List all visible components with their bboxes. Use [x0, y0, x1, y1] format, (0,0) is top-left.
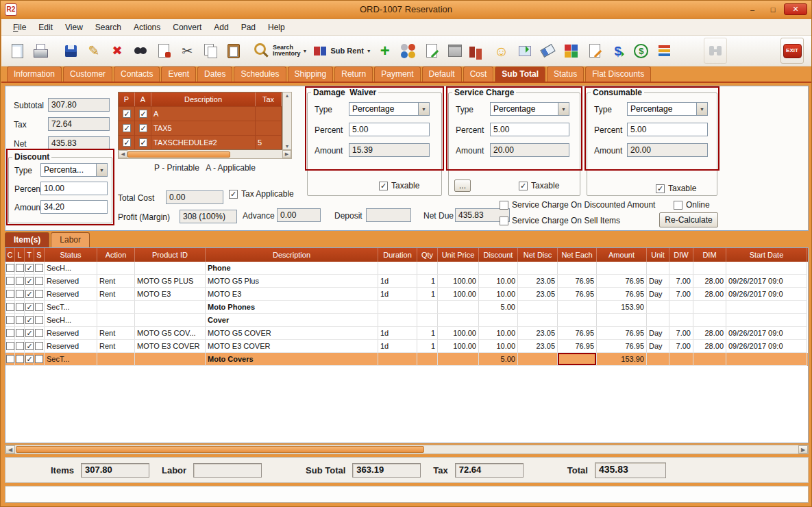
- search-inventory-button[interactable]: SearchInventory▼: [252, 38, 310, 64]
- row-checkbox-s[interactable]: [35, 277, 43, 285]
- tab-default[interactable]: Default: [422, 66, 462, 82]
- calendar-button[interactable]: [443, 38, 467, 64]
- tax-printable-checkbox[interactable]: [123, 110, 131, 118]
- damage-waiver-percent-input[interactable]: 5.00: [349, 123, 430, 136]
- tax-table-vscrollbar[interactable]: ▲▼: [282, 92, 292, 150]
- search-inventory-dropdown-icon[interactable]: ▼: [302, 49, 308, 53]
- find-button[interactable]: [129, 38, 152, 64]
- inventory-cube-button[interactable]: [560, 38, 583, 64]
- consumable-taxable-checkbox[interactable]: [656, 184, 665, 193]
- menu-convert[interactable]: Convert: [167, 21, 208, 34]
- tax-table-row[interactable]: TAXSCHEDULE#25: [119, 135, 282, 149]
- row-checkbox-s[interactable]: [35, 355, 43, 363]
- row-checkbox-l[interactable]: [16, 342, 24, 350]
- row-checkbox-t[interactable]: [25, 329, 34, 337]
- column-header-action[interactable]: Action: [97, 248, 135, 262]
- service-charge-percent-input[interactable]: 5.00: [490, 123, 569, 136]
- notes-button[interactable]: [420, 38, 443, 64]
- customer-button[interactable]: [490, 38, 513, 64]
- row-checkbox-s[interactable]: [35, 264, 43, 272]
- reports-button[interactable]: [653, 38, 676, 64]
- column-header-l[interactable]: L: [15, 248, 25, 262]
- tax-scroll-down-icon[interactable]: ▼: [285, 144, 290, 149]
- tax-scroll-thumb[interactable]: [127, 151, 230, 158]
- column-header-c[interactable]: C: [5, 248, 15, 262]
- tax-column-header-description[interactable]: Description: [151, 92, 256, 106]
- add-item-button[interactable]: [373, 38, 397, 64]
- table-row[interactable]: ReservedRentMOTO G5 PLUSMOTO G5 Plus1d11…: [5, 275, 808, 288]
- tab-sub-total[interactable]: Sub Total: [495, 66, 545, 82]
- print-button[interactable]: [29, 38, 52, 64]
- service-charge-discounted-checkbox[interactable]: [500, 201, 508, 210]
- tax-table-row[interactable]: TAX5: [119, 121, 282, 135]
- column-header-t[interactable]: T: [25, 248, 34, 262]
- online-checkbox[interactable]: [674, 201, 682, 210]
- close-button[interactable]: ✕: [784, 3, 807, 15]
- menu-view[interactable]: View: [59, 21, 89, 34]
- column-header-qty[interactable]: Qty: [417, 248, 438, 262]
- column-header-description[interactable]: Description: [206, 248, 378, 262]
- row-checkbox-t[interactable]: [25, 303, 34, 311]
- items-hscrollbar[interactable]: ◀ ▶: [5, 445, 809, 454]
- row-checkbox-c[interactable]: [6, 329, 14, 337]
- tab-return[interactable]: Return: [334, 66, 373, 82]
- menu-file[interactable]: File: [7, 21, 32, 34]
- exit-button[interactable]: EXIT: [780, 38, 804, 64]
- column-header-duration[interactable]: Duration: [378, 248, 417, 262]
- discount-amount-input[interactable]: 34.20: [40, 200, 108, 214]
- row-checkbox-c[interactable]: [6, 264, 14, 272]
- tab-dates[interactable]: Dates: [197, 66, 232, 82]
- tab-event[interactable]: Event: [161, 66, 196, 82]
- table-row[interactable]: SecT...Moto Phones5.00153.90: [5, 301, 808, 314]
- service-charge-sell-items-checkbox[interactable]: [500, 217, 508, 225]
- tab-shipping[interactable]: Shipping: [288, 66, 334, 82]
- edit-button[interactable]: [82, 38, 106, 64]
- row-checkbox-t[interactable]: [25, 355, 34, 363]
- row-checkbox-c[interactable]: [6, 303, 14, 311]
- column-header-status[interactable]: Status: [45, 248, 97, 262]
- row-checkbox-l[interactable]: [16, 277, 24, 285]
- row-checkbox-t[interactable]: [25, 264, 34, 272]
- tax-column-header-p[interactable]: P: [119, 92, 135, 106]
- column-header-net-disc[interactable]: Net Disc: [518, 248, 558, 262]
- tax-table-row[interactable]: A: [119, 106, 282, 121]
- tab-customer[interactable]: Customer: [63, 66, 112, 82]
- row-checkbox-t[interactable]: [25, 290, 34, 298]
- table-row[interactable]: ReservedRentMOTO E3MOTO E31d1100.0010.00…: [5, 288, 808, 301]
- delete-button[interactable]: [106, 38, 129, 64]
- row-checkbox-c[interactable]: [6, 277, 14, 285]
- money-button[interactable]: [630, 38, 653, 64]
- items-tab-labor[interactable]: Labor: [51, 232, 90, 247]
- items-scroll-thumb[interactable]: [16, 446, 424, 453]
- tax-applicable-col-checkbox[interactable]: [139, 124, 147, 132]
- row-checkbox-s[interactable]: [35, 290, 43, 298]
- row-checkbox-s[interactable]: [35, 342, 43, 350]
- table-row[interactable]: ReservedRentMOTO G5 COV...MOTO G5 COVER1…: [5, 327, 808, 340]
- eraser-button[interactable]: [537, 38, 560, 64]
- edit-notes-button[interactable]: [583, 38, 606, 64]
- damage-waiver-taxable-checkbox[interactable]: [379, 182, 388, 190]
- tab-status[interactable]: Status: [547, 66, 584, 82]
- minimize-button[interactable]: –: [743, 3, 762, 15]
- row-checkbox-l[interactable]: [16, 316, 24, 324]
- table-row[interactable]: SecT...Moto Covers5.00153.90: [5, 353, 808, 366]
- column-header-amount[interactable]: Amount: [597, 248, 647, 262]
- tab-payment[interactable]: Payment: [374, 66, 420, 82]
- menu-help[interactable]: Help: [262, 21, 291, 34]
- damage-waiver-type-combo[interactable]: Percentage ▼: [349, 102, 430, 116]
- discount-percent-input[interactable]: 10.00: [40, 182, 108, 195]
- menu-add[interactable]: Add: [208, 21, 234, 34]
- column-header-start-date[interactable]: Start Date: [726, 248, 807, 262]
- consumable-type-combo[interactable]: Percentage ▼: [627, 102, 708, 116]
- menu-search[interactable]: Search: [89, 21, 127, 34]
- tax-printable-checkbox[interactable]: [123, 124, 131, 132]
- tab-schedules[interactable]: Schedules: [234, 66, 286, 82]
- table-row[interactable]: SecH...Phone: [5, 262, 808, 275]
- row-checkbox-c[interactable]: [6, 290, 14, 298]
- tax-table-hscrollbar[interactable]: ◀ ▶: [118, 150, 292, 159]
- company-button[interactable]: [467, 38, 490, 64]
- service-charge-taxable-checkbox[interactable]: [519, 182, 528, 190]
- sub-rent-button[interactable]: Sub Rent▼: [310, 38, 373, 64]
- column-header-unit-price[interactable]: Unit Price: [438, 248, 479, 262]
- row-checkbox-s[interactable]: [35, 329, 43, 337]
